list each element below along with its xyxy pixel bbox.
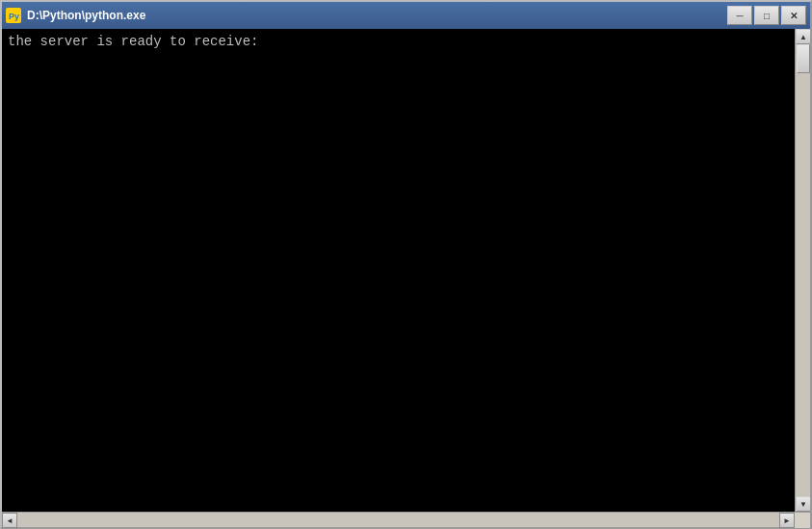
- scroll-track-horizontal[interactable]: [17, 513, 779, 527]
- scroll-track-vertical[interactable]: [796, 44, 810, 496]
- console-area: the server is ready to receive:: [2, 29, 795, 512]
- title-bar-text: D:\Python\python.exe: [27, 9, 145, 22]
- horizontal-scrollbar[interactable]: ◄ ►: [2, 512, 810, 527]
- close-button[interactable]: ✕: [781, 6, 806, 25]
- scroll-up-button[interactable]: ▲: [796, 29, 810, 44]
- scroll-left-button[interactable]: ◄: [2, 513, 17, 528]
- svg-text:Py: Py: [9, 12, 19, 21]
- scroll-right-button[interactable]: ►: [779, 513, 795, 528]
- title-bar-left: Py D:\Python\python.exe: [6, 8, 145, 23]
- title-bar: Py D:\Python\python.exe ─ □ ✕: [2, 2, 810, 29]
- python-icon: Py: [6, 8, 21, 23]
- vertical-scrollbar[interactable]: ▲ ▼: [795, 29, 810, 512]
- console-output: the server is ready to receive:: [2, 29, 795, 56]
- minimize-button[interactable]: ─: [727, 6, 752, 25]
- window-body: the server is ready to receive: ▲ ▼: [2, 29, 810, 512]
- scroll-down-button[interactable]: ▼: [796, 496, 810, 512]
- maximize-button[interactable]: □: [754, 6, 779, 25]
- scroll-thumb-vertical[interactable]: [797, 44, 810, 73]
- scrollbar-corner: [795, 513, 810, 528]
- title-bar-buttons: ─ □ ✕: [727, 6, 806, 25]
- window: Py D:\Python\python.exe ─ □ ✕ the server…: [0, 0, 812, 529]
